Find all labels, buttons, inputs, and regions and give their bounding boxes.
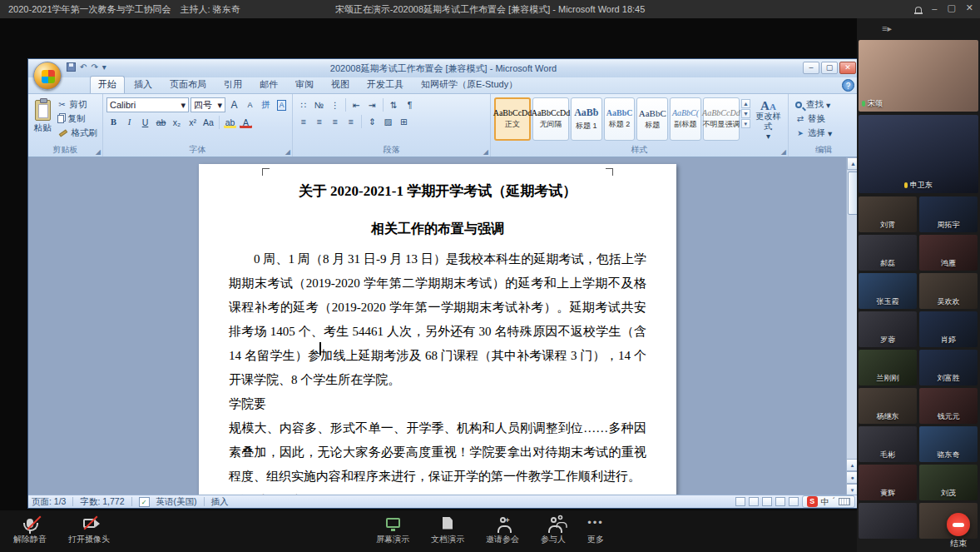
ime-keyboard-icon[interactable] bbox=[839, 498, 850, 505]
align-center-button[interactable]: ≡ bbox=[312, 114, 326, 128]
style-no-spacing[interactable]: AaBbCcDd 无间隔 bbox=[532, 97, 569, 141]
undo-icon[interactable]: ↶ bbox=[80, 62, 87, 72]
help-button[interactable]: ? bbox=[842, 79, 854, 92]
grow-font-button[interactable]: A bbox=[227, 98, 241, 112]
print-layout-view-icon[interactable] bbox=[735, 497, 745, 506]
end-meeting-button[interactable] bbox=[947, 513, 970, 536]
app-maximize-button[interactable]: ▢ bbox=[947, 2, 955, 13]
app-close-button[interactable]: ✕ bbox=[966, 2, 973, 13]
page-indicator[interactable]: 页面: 1/3 bbox=[32, 496, 66, 508]
participant-tile[interactable]: 刘霄 bbox=[859, 196, 917, 232]
participant-tile[interactable]: 兰刚刚 bbox=[859, 350, 917, 385]
character-border-button[interactable]: A bbox=[277, 100, 285, 111]
style-title[interactable]: AaBbC 标题 bbox=[636, 97, 668, 141]
style-subtitle[interactable]: AaBbC( 副标题 bbox=[670, 97, 701, 141]
justify-button[interactable]: ≡ bbox=[344, 114, 358, 128]
participant-tile[interactable]: 罗蓉 bbox=[859, 311, 917, 347]
spellcheck-icon[interactable]: ✓ bbox=[139, 497, 150, 507]
unmute-button[interactable]: 解除静音 bbox=[13, 515, 47, 545]
participant-tile[interactable]: 钱元元 bbox=[919, 388, 978, 424]
clipboard-dialog-launcher[interactable]: ◢ bbox=[96, 148, 101, 156]
invite-button[interactable]: + 邀请参会 bbox=[486, 515, 519, 545]
participant-tile[interactable]: 骆东奇 bbox=[919, 426, 978, 462]
shrink-font-button[interactable]: A bbox=[243, 98, 257, 112]
style-heading1[interactable]: AaBƀ 标题 1 bbox=[571, 97, 602, 141]
font-size-select[interactable]: 四号▾ bbox=[191, 97, 225, 112]
text-highlight-button[interactable]: ab bbox=[223, 115, 237, 129]
redo-icon[interactable]: ↷ bbox=[91, 62, 97, 72]
align-left-button[interactable]: ≡ bbox=[296, 114, 310, 128]
italic-button[interactable]: I bbox=[122, 115, 136, 129]
ime-punctuation-icon[interactable]: ´ bbox=[833, 497, 835, 506]
app-minimize-button[interactable]: – bbox=[932, 3, 937, 13]
format-painter-button[interactable]: 格式刷 bbox=[56, 126, 100, 140]
participant-tile[interactable]: 吴欢欢 bbox=[919, 273, 978, 309]
language-indicator[interactable]: 英语(美国) bbox=[156, 496, 197, 508]
notification-bell-icon[interactable] bbox=[915, 7, 922, 12]
collapse-sidebar-icon[interactable]: ≡▸ bbox=[882, 23, 892, 34]
save-icon[interactable] bbox=[67, 62, 76, 72]
tab-view[interactable]: 视图 bbox=[323, 76, 358, 93]
align-right-button[interactable]: ≡ bbox=[328, 114, 342, 128]
participant-tile[interactable]: 刘富胜 bbox=[919, 350, 978, 385]
outline-view-icon[interactable] bbox=[775, 497, 785, 506]
paragraph-dialog-launcher[interactable]: ◢ bbox=[483, 148, 488, 156]
tab-review[interactable]: 审阅 bbox=[287, 76, 322, 93]
participant-tile[interactable]: 周拓宇 bbox=[919, 196, 978, 232]
styles-gallery-more[interactable]: ▾ bbox=[741, 119, 750, 128]
underline-button[interactable]: U bbox=[138, 115, 152, 129]
style-subtle-emphasis[interactable]: AaBbCcDd 不明显强调 bbox=[703, 97, 740, 141]
font-dialog-launcher[interactable]: ◢ bbox=[285, 148, 290, 156]
change-case-button[interactable]: Aa bbox=[201, 115, 215, 129]
find-button[interactable]: 查找▾ bbox=[794, 97, 834, 112]
shading-button[interactable]: ▨ bbox=[381, 114, 395, 128]
styles-dialog-launcher[interactable]: ◢ bbox=[781, 148, 786, 156]
participant-tile[interactable]: 刘茂 bbox=[919, 465, 978, 500]
tab-references[interactable]: 引用 bbox=[215, 76, 250, 93]
word-title-bar[interactable]: 202008延期考试工作布置会 [兼容模式] - Microsoft Word bbox=[28, 59, 859, 77]
styles-scroll-up[interactable]: ▲ bbox=[741, 99, 750, 108]
sort-button[interactable]: ⇅ bbox=[387, 97, 401, 112]
change-styles-button[interactable]: AA 更改样式 ▾ bbox=[752, 97, 784, 144]
camera-button[interactable]: 打开摄像头 bbox=[68, 515, 110, 545]
document-page[interactable]: 关于 2020-2021-1 学期开学考试（延期考试） 相关工作的布置与强调 0… bbox=[199, 164, 676, 496]
bold-button[interactable]: B bbox=[106, 115, 121, 129]
cut-button[interactable]: ✂剪切 bbox=[56, 97, 100, 112]
word-count[interactable]: 字数: 1,772 bbox=[80, 496, 124, 508]
multilevel-list-button[interactable]: ⋮ bbox=[328, 97, 342, 112]
numbering-button[interactable]: № bbox=[312, 97, 326, 112]
insert-mode-indicator[interactable]: 插入 bbox=[211, 496, 229, 508]
tab-developer[interactable]: 开发工具 bbox=[359, 76, 412, 93]
decrease-indent-button[interactable]: ⇤ bbox=[349, 97, 364, 112]
tab-home[interactable]: 开始 bbox=[90, 76, 125, 93]
line-spacing-button[interactable]: ⇕ bbox=[365, 114, 379, 128]
screen-share-button[interactable]: 屏幕演示 bbox=[376, 515, 409, 545]
fullscreen-view-icon[interactable] bbox=[749, 497, 759, 506]
participants-button[interactable]: 参与人 bbox=[541, 515, 566, 545]
participant-tile[interactable]: 鸿雁 bbox=[919, 235, 978, 271]
ime-chinese-mode[interactable]: 中 bbox=[821, 496, 829, 508]
participant-tile[interactable]: 黄辉 bbox=[859, 465, 917, 500]
participant-tile[interactable] bbox=[859, 503, 917, 539]
tab-mailings[interactable]: 邮件 bbox=[251, 76, 286, 93]
bullets-button[interactable]: ∷ bbox=[296, 97, 310, 112]
tab-insert[interactable]: 插入 bbox=[126, 76, 161, 93]
participant-video-tile[interactable]: 申卫东 bbox=[859, 115, 978, 193]
tab-cnki[interactable]: 知网研学（原E-Study） bbox=[413, 76, 526, 93]
participant-tile[interactable]: 毛彬 bbox=[859, 426, 917, 462]
participant-tile[interactable]: 郝磊 bbox=[859, 235, 917, 271]
show-marks-button[interactable]: ¶ bbox=[403, 97, 417, 112]
style-heading2[interactable]: AaBbC 标题 2 bbox=[604, 97, 636, 141]
sogou-logo-icon[interactable]: S bbox=[807, 496, 818, 507]
font-color-button[interactable]: A bbox=[239, 115, 253, 129]
presenter-video-tile[interactable]: 宋颂 bbox=[859, 40, 978, 112]
copy-button[interactable]: 复制 bbox=[56, 112, 100, 126]
web-layout-view-icon[interactable] bbox=[762, 497, 772, 506]
participant-tile[interactable]: 张玉霞 bbox=[859, 273, 917, 309]
borders-button[interactable]: ⊞ bbox=[397, 114, 411, 128]
strikethrough-button[interactable]: ab bbox=[154, 115, 168, 129]
participant-tile[interactable]: 杨继东 bbox=[859, 388, 917, 424]
more-button[interactable]: ••• 更多 bbox=[587, 515, 604, 545]
style-normal[interactable]: AaBbCcDd 正文 bbox=[494, 97, 531, 141]
participant-tile[interactable]: 肖婷 bbox=[919, 311, 978, 347]
